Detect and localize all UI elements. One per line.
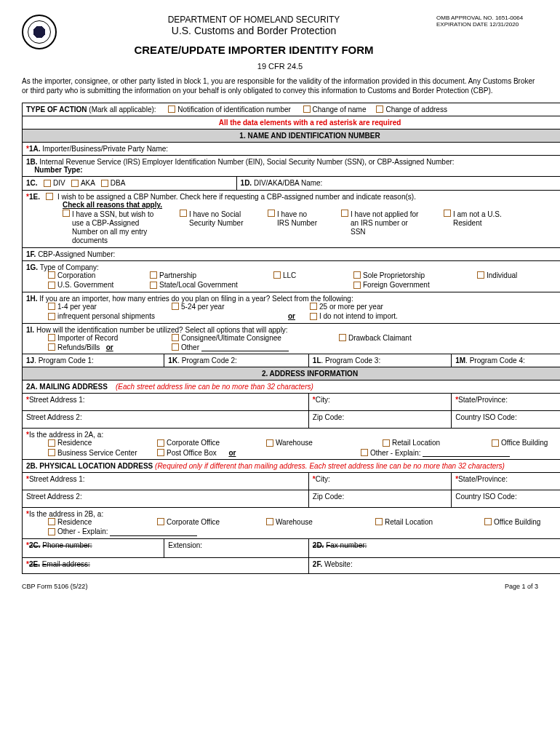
field-2B-street1[interactable]: *Street Address 1:: [23, 472, 309, 490]
checkbox-2B-office[interactable]: [484, 518, 492, 525]
checkbox-drawback[interactable]: [339, 334, 346, 341]
label-1B-sub: Number Type:: [34, 166, 83, 174]
other-2B-input[interactable]: [110, 529, 197, 536]
type-of-action-hint: (Mark all applicable):: [89, 105, 156, 113]
other-1I-input[interactable]: [201, 344, 289, 351]
field-1M: 1M. Program Code 4:: [452, 354, 560, 367]
checkbox-importer-record[interactable]: [48, 334, 55, 341]
checkbox-1E-notapplied[interactable]: [341, 210, 348, 217]
checkbox-aka[interactable]: [71, 180, 79, 187]
field-2A: 2A. MAILING ADDRESS (Each street address…: [23, 381, 561, 394]
field-2A-city[interactable]: *City:: [308, 394, 451, 411]
checkbox-2A-corporate[interactable]: [157, 439, 164, 447]
field-2E[interactable]: *2E. Email address:: [23, 557, 309, 573]
checkbox-consignee[interactable]: [172, 334, 179, 341]
field-2F[interactable]: 2F. Website:: [308, 557, 560, 573]
checkbox-foreigngov[interactable]: [353, 282, 361, 289]
form-table: TYPE OF ACTION (Mark all applicable): No…: [22, 103, 560, 574]
field-2A-street1[interactable]: *Street Address 1:: [23, 394, 309, 411]
type-of-action-row: TYPE OF ACTION (Mark all applicable): No…: [23, 103, 561, 116]
checkbox-25plus[interactable]: [310, 303, 317, 310]
checkbox-change-name[interactable]: [303, 105, 311, 113]
checkbox-2A-warehouse[interactable]: [266, 439, 273, 447]
field-2B: 2B. PHYSICAL LOCATION ADDRESS (Required …: [23, 459, 561, 472]
field-1F: 1F. CBP-Assigned Number:: [23, 248, 561, 261]
agency-name: U.S. Customs and Border Protection: [71, 25, 436, 36]
field-1L: 1L. Program Code 3:: [308, 354, 451, 367]
checkbox-2B-retail[interactable]: [375, 518, 383, 525]
checkbox-2A-pobox[interactable]: [157, 449, 164, 456]
red-notice: All the data elements with a red asteris…: [23, 116, 561, 130]
field-1H: 1H. If you are an importer, how many ent…: [23, 292, 561, 323]
field-2A-state[interactable]: *State/Province:: [452, 394, 560, 411]
checkbox-1-4[interactable]: [48, 303, 55, 310]
checkbox-2A-retail[interactable]: [383, 439, 390, 447]
field-2B-type: *Is the address in 2B, a: Residence Corp…: [23, 507, 561, 538]
checkbox-1E-ssn[interactable]: [63, 210, 70, 217]
label-1D: DIV/AKA/DBA Name:: [254, 179, 322, 187]
checkbox-noimport[interactable]: [310, 313, 317, 320]
checkbox-1E-main[interactable]: [46, 193, 53, 200]
field-2B-zip[interactable]: Zip Code:: [308, 490, 451, 507]
other-2A-input[interactable]: [423, 450, 510, 457]
form-number: CBP Form 5106 (5/22): [22, 583, 87, 590]
label-1E-check: Check all reasons that apply.: [63, 201, 162, 209]
field-1I: 1I. How will the identification number b…: [23, 323, 561, 354]
checkbox-stategov[interactable]: [150, 282, 157, 289]
checkbox-2A-residence[interactable]: [48, 439, 55, 447]
checkbox-infrequent[interactable]: [48, 313, 55, 320]
omb-approval: OMB APPROVAL NO. 1651-0064: [436, 15, 538, 21]
checkbox-1E-notus[interactable]: [444, 210, 451, 217]
intro-paragraph: As the importer, consignee, or other par…: [22, 76, 538, 95]
checkbox-2B-corporate[interactable]: [157, 518, 164, 525]
checkbox-1E-noirs[interactable]: [268, 210, 275, 217]
field-2A-street2[interactable]: Street Address 2:: [23, 411, 309, 429]
checkbox-other-1I[interactable]: [172, 343, 179, 351]
field-1D: 1D. DIV/AKA/DBA Name:: [236, 177, 560, 190]
field-2B-street2[interactable]: Street Address 2:: [23, 490, 309, 507]
checkbox-1E-nossn[interactable]: [180, 210, 187, 217]
field-2C[interactable]: *2C. Phone number:: [23, 538, 164, 557]
checkbox-notification[interactable]: [168, 105, 175, 113]
field-2A-zip[interactable]: Zip Code:: [308, 411, 451, 429]
field-1B: 1B. Internal Revenue Service (IRS) Emplo…: [23, 156, 561, 177]
label-1A: Importer/Business/Private Party Name:: [42, 145, 168, 153]
checkbox-2B-other[interactable]: [48, 528, 55, 535]
checkbox-2B-warehouse[interactable]: [266, 518, 273, 525]
checkbox-5-24[interactable]: [172, 303, 179, 310]
field-2A-iso[interactable]: Country ISO Code:: [452, 411, 560, 429]
page-header: DEPARTMENT OF HOMELAND SECURITY U.S. Cus…: [22, 15, 538, 56]
omb-block: OMB APPROVAL NO. 1651-0064 EXPIRATION DA…: [436, 15, 538, 28]
checkbox-refunds[interactable]: [48, 343, 55, 351]
checkbox-soleprop[interactable]: [353, 271, 361, 279]
page-footer: CBP Form 5106 (5/22) Page 1 of 3: [22, 583, 538, 590]
label-1H: If you are an importer, how many entries…: [39, 295, 353, 303]
section-1-header: 1. NAME AND IDENTIFICATION NUMBER: [23, 130, 561, 143]
checkbox-corp[interactable]: [48, 271, 55, 279]
checkbox-usgov[interactable]: [48, 282, 55, 289]
field-1K: 1K. Program Code 2:: [164, 354, 308, 367]
checkbox-individual[interactable]: [477, 271, 484, 279]
checkbox-partnership[interactable]: [150, 271, 157, 279]
checkbox-llc[interactable]: [273, 271, 281, 279]
checkbox-dba[interactable]: [101, 180, 108, 187]
expiration-date: EXPIRATION DATE 12/31/2020: [436, 21, 538, 28]
field-2C-ext[interactable]: Extension:: [164, 538, 308, 557]
type-of-action-label: TYPE OF ACTION: [26, 105, 87, 113]
dhs-seal-icon: [22, 15, 57, 49]
checkbox-div[interactable]: [44, 180, 51, 187]
checkbox-2A-office[interactable]: [492, 439, 499, 447]
page-number: Page 1 of 3: [505, 583, 538, 590]
field-2B-state[interactable]: *State/Province:: [452, 472, 560, 490]
field-2B-iso[interactable]: Country ISO Code:: [452, 490, 560, 507]
label-1B: Internal Revenue Service (IRS) Employer …: [39, 158, 454, 166]
checkbox-2A-other[interactable]: [361, 449, 368, 456]
field-2B-city[interactable]: *City:: [308, 472, 451, 490]
checkbox-change-address[interactable]: [376, 105, 383, 113]
checkbox-2A-bsc[interactable]: [48, 449, 55, 456]
field-2D[interactable]: 2D. Fax number:: [308, 538, 560, 557]
header-titles: DEPARTMENT OF HOMELAND SECURITY U.S. Cus…: [71, 15, 436, 56]
checkbox-2B-residence[interactable]: [48, 518, 55, 525]
field-2A-type: *Is the address in 2A, a: Residence Corp…: [23, 429, 561, 460]
department-name: DEPARTMENT OF HOMELAND SECURITY: [71, 15, 436, 25]
